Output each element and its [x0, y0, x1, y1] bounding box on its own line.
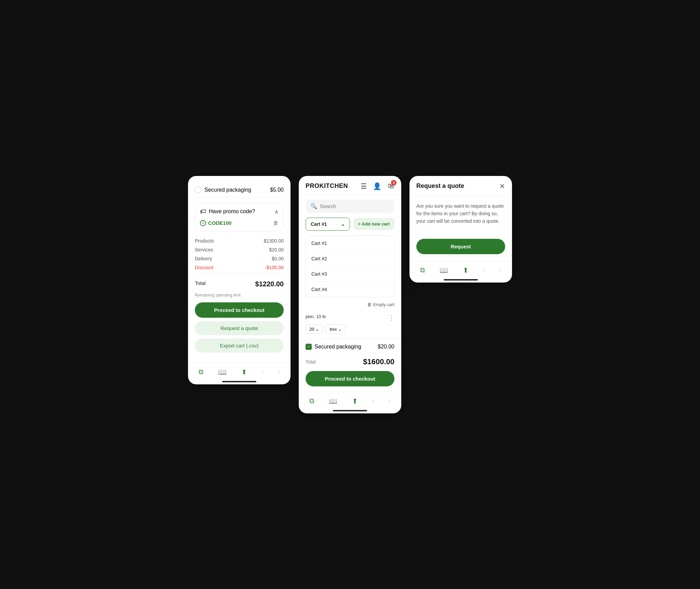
request-quote-button[interactable]: Request a quote: [195, 321, 284, 335]
checkout-button[interactable]: Proceed to checkout: [306, 371, 394, 386]
summary-section: Products $1300.00 Services $20.00 Delive…: [195, 238, 284, 288]
copy-nav-icon-2[interactable]: ⧉: [309, 397, 314, 405]
share-nav-icon-2[interactable]: ⬆: [352, 397, 358, 405]
promo-icon: 🏷: [200, 208, 206, 215]
trash-icon: 🗑: [367, 302, 372, 307]
promo-code-row: ✓ CODE100 🗑: [200, 220, 279, 226]
copy-nav-icon-3[interactable]: ⧉: [420, 266, 425, 274]
chevron-up-icon: ∧: [274, 208, 279, 215]
total-row: Total $1600.00: [299, 354, 401, 371]
delivery-value: $0.00: [272, 256, 284, 261]
back-nav-icon-2[interactable]: ‹: [389, 398, 390, 404]
app-logo: PROKITCHEN: [306, 182, 348, 190]
share-nav-icon[interactable]: ⬆: [241, 368, 247, 376]
cart-option-4[interactable]: Cart #4: [306, 282, 394, 297]
delivery-label: Delivery: [195, 256, 212, 261]
promo-header[interactable]: 🏷 Have promo code? ∧: [200, 208, 279, 215]
cart-option-3[interactable]: Cart #3: [306, 266, 394, 282]
total-value: $1600.00: [363, 357, 394, 366]
promo-header-label: Have promo code?: [209, 208, 255, 215]
packaging-checkbox-checked[interactable]: ✓: [306, 344, 312, 350]
home-indicator-2: [333, 410, 367, 411]
quantity-selector[interactable]: 20 ⌄: [306, 324, 323, 334]
products-row: Products $1300.00: [195, 238, 284, 244]
total-label: Total: [306, 359, 316, 365]
dropdown-chevron-icon: ⌄: [341, 221, 345, 227]
screen1-content: Secured packaging $5.00 🏷 Have promo cod…: [188, 176, 291, 363]
bottom-nav-3: ⧉ 📖 ⬆ › ‹: [409, 261, 512, 277]
cart-badge: 3: [391, 180, 396, 186]
add-cart-button[interactable]: + Add new cart: [353, 218, 394, 230]
forward-nav-icon-3[interactable]: ›: [483, 267, 485, 273]
cart-selector-row: Cart #1 ⌄ + Add new cart: [299, 218, 401, 235]
check-circle-icon: ✓: [200, 220, 206, 226]
book-nav-icon-3[interactable]: 📖: [440, 266, 448, 274]
bottom-nav-1: ⧉ 📖 ⬆ › ‹: [188, 363, 291, 379]
search-icon: 🔍: [310, 203, 317, 209]
unit-chevron-icon: ⌄: [338, 327, 342, 332]
total-row: Total $1220.00: [195, 277, 284, 288]
cart-item: pkin, 10 lb ⋮ 20 ⌄ box ⌄: [299, 311, 401, 338]
discount-value: -$105.00: [265, 265, 284, 270]
app-header: PROKITCHEN ☰ 👤 🛍 3: [299, 176, 401, 195]
share-nav-icon-3[interactable]: ⬆: [463, 266, 469, 274]
quantity-chevron-icon: ⌄: [315, 327, 319, 332]
search-bar[interactable]: 🔍: [306, 200, 394, 213]
delete-promo-icon[interactable]: 🗑: [273, 220, 279, 226]
promo-header-left: 🏷 Have promo code?: [200, 208, 255, 215]
book-nav-icon-2[interactable]: 📖: [329, 397, 337, 405]
close-modal-button[interactable]: ✕: [499, 182, 505, 190]
total-value: $1220.00: [255, 280, 284, 288]
services-value: $20.00: [269, 247, 284, 252]
discount-row: Discount -$105.00: [195, 265, 284, 270]
back-nav-icon-3[interactable]: ‹: [499, 267, 501, 273]
modal-title: Request a quote: [416, 182, 464, 190]
request-button[interactable]: Request: [416, 239, 505, 254]
delivery-row: Delivery $0.00: [195, 256, 284, 261]
cart-dropdown[interactable]: Cart #1 ⌄: [306, 218, 350, 231]
cart-wrapper[interactable]: 🛍 3: [388, 182, 394, 190]
products-value: $1300.00: [264, 238, 284, 244]
unit-selector[interactable]: box ⌄: [326, 324, 346, 334]
packaging-price: $5.00: [270, 187, 284, 193]
user-icon[interactable]: 👤: [373, 182, 381, 190]
home-indicator-1: [222, 381, 256, 382]
header-icons: ☰ 👤 🛍 3: [361, 182, 394, 190]
bottom-nav-2: ⧉ 📖 ⬆ › ‹: [299, 392, 401, 408]
packaging-label: Secured packaging: [314, 344, 361, 350]
remaining-limit: Remaining spending limit: [195, 293, 284, 298]
book-nav-icon[interactable]: 📖: [218, 368, 227, 376]
modal-description: Are you sure you want to request a quote…: [416, 202, 505, 225]
export-cart-button[interactable]: Export cart (.csv): [195, 339, 284, 353]
copy-nav-icon[interactable]: ⧉: [199, 368, 203, 376]
selected-cart-label: Cart #1: [311, 221, 327, 227]
packaging-price: $20.00: [378, 344, 394, 350]
forward-nav-icon[interactable]: ›: [261, 369, 263, 375]
hamburger-icon[interactable]: ☰: [361, 182, 367, 190]
services-row: Services $20.00: [195, 247, 284, 252]
screen-cart-summary: Secured packaging $5.00 🏷 Have promo cod…: [188, 176, 291, 384]
promo-section: 🏷 Have promo code? ∧ ✓ CODE100 🗑: [195, 203, 284, 231]
modal-body: Are you sure you want to request a quote…: [409, 195, 512, 232]
discount-label: Discount: [195, 265, 213, 270]
screen-cart-main: PROKITCHEN ☰ 👤 🛍 3 🔍 Cart #1 ⌄ + Add new…: [299, 176, 401, 413]
empty-cart-label: Empty cart: [373, 302, 394, 307]
packaging-checkbox[interactable]: [195, 187, 201, 193]
promo-code-text: CODE100: [208, 220, 231, 226]
cart-item-options-icon[interactable]: ⋮: [386, 314, 394, 321]
divider: [195, 274, 284, 274]
packaging-label: Secured packaging: [204, 187, 251, 193]
cart-option-2[interactable]: Cart #2: [306, 251, 394, 266]
search-input[interactable]: [320, 203, 390, 209]
forward-nav-icon-2[interactable]: ›: [372, 398, 374, 404]
promo-code-value: ✓ CODE100: [200, 220, 231, 226]
checkout-button[interactable]: Proceed to checkout: [195, 302, 284, 318]
back-nav-icon[interactable]: ‹: [278, 369, 280, 375]
cart-option-1[interactable]: Cart #1: [306, 236, 394, 251]
modal-header: Request a quote ✕: [409, 176, 512, 195]
packaging-left: ✓ Secured packaging: [306, 344, 361, 350]
services-label: Services: [195, 247, 213, 252]
empty-cart-button[interactable]: 🗑 Empty cart: [367, 302, 394, 307]
packaging-row: Secured packaging $5.00: [195, 183, 284, 197]
screen-request-quote: Request a quote ✕ Are you sure you want …: [409, 176, 512, 283]
